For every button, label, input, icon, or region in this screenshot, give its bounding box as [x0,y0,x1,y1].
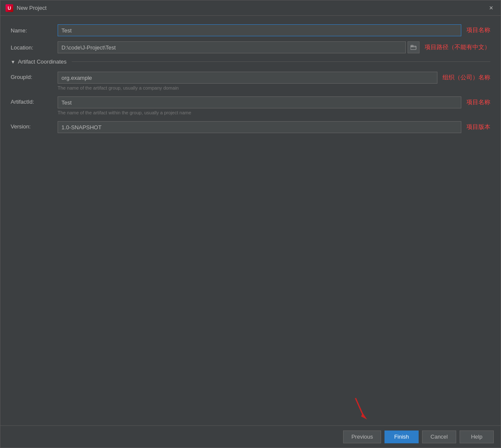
version-input-row: 项目版本 [58,121,490,133]
groupid-input-col: 组织（公司）名称 The name of the artifact group,… [58,72,490,95]
cancel-button[interactable]: Cancel [422,431,456,443]
version-input[interactable] [58,121,461,133]
section-divider [72,61,490,62]
groupid-label: GroupId: [11,72,58,80]
artifact-section-header: ▼ Artifact Coordinates [11,58,490,65]
location-label: Location: [11,44,58,51]
previous-button[interactable]: Previous [343,431,381,443]
title-bar-left: U New Project [6,4,47,12]
help-button[interactable]: Help [460,431,494,443]
artifactid-annotation: 项目名称 [466,99,490,106]
location-input[interactable] [58,41,406,53]
groupid-input[interactable] [58,72,437,84]
groupid-annotation: 组织（公司）名称 [443,74,490,81]
artifact-section-title: Artifact Coordinates [18,58,67,65]
name-label: Name: [11,27,58,34]
version-row: Version: 项目版本 [11,121,490,133]
name-annotation: 项目名称 [466,26,490,34]
version-input-col: 项目版本 [58,121,490,133]
groupid-hint: The name of the artifact group, usually … [58,85,490,90]
artifactid-input[interactable] [58,96,461,108]
collapse-arrow-icon[interactable]: ▼ [11,59,15,64]
app-icon: U [6,4,13,12]
location-input-group [58,41,419,53]
location-annotation: 项目路径（不能有中文） [425,44,490,51]
version-annotation: 项目版本 [466,123,490,131]
dialog-title: New Project [17,5,47,11]
finish-button[interactable]: Finish [384,431,419,443]
title-bar: U New Project × [0,0,501,16]
artifactid-input-row: 项目名称 [58,96,490,108]
dialog-content: Name: 项目名称 Location: 项目路径（不能有中文） [0,16,501,425]
groupid-row: GroupId: 组织（公司）名称 The name of the artifa… [11,72,490,95]
new-project-dialog: U New Project × Name: 项目名称 Location: [0,0,501,448]
artifact-section: GroupId: 组织（公司）名称 The name of the artifa… [11,72,490,133]
artifactid-label: ArtifactId: [11,96,58,105]
name-row: Name: 项目名称 [11,24,490,36]
location-row: Location: 项目路径（不能有中文） [11,41,490,53]
bottom-bar: Previous Finish Cancel Help [0,425,501,448]
artifactid-row: ArtifactId: 项目名称 The name of the artifac… [11,96,490,119]
close-button[interactable]: × [487,4,495,12]
version-label: Version: [11,121,58,130]
name-input-wrapper [58,24,461,36]
groupid-input-row: 组织（公司）名称 [58,72,490,84]
artifactid-hint: The name of the artifact within the grou… [58,110,490,115]
name-input[interactable] [58,24,461,36]
browse-button[interactable] [408,41,419,53]
artifactid-input-col: 项目名称 The name of the artifact within the… [58,96,490,119]
